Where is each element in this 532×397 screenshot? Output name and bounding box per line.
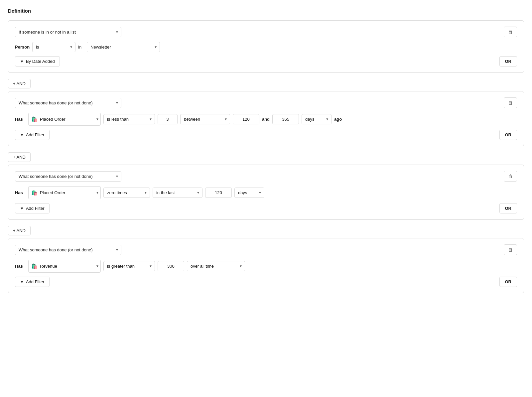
condition2-filter-label: Add Filter bbox=[26, 132, 45, 137]
condition1-filter-button[interactable]: ▼ By Date Added bbox=[15, 56, 60, 66]
filter-icon-2: ▼ bbox=[20, 133, 24, 137]
condition4-type-select[interactable]: What someone has done (or not done) If s… bbox=[15, 245, 121, 255]
condition1-person-is-wrapper[interactable]: is is not ▼ bbox=[32, 42, 75, 52]
and-button-2[interactable]: + AND bbox=[8, 152, 31, 162]
condition2-bottom-row: ▼ Add Filter OR bbox=[15, 130, 517, 140]
filter-icon-4: ▼ bbox=[20, 280, 24, 284]
condition-block-1: If someone is in or not in a list What s… bbox=[8, 20, 524, 73]
condition3-event-select[interactable]: Placed Order Viewed Product Added to Car… bbox=[39, 188, 96, 198]
filter-icon: ▼ bbox=[20, 59, 24, 64]
and-button-3[interactable]: + AND bbox=[8, 226, 31, 235]
condition3-filter-label: Add Filter bbox=[26, 206, 45, 211]
condition-block-3: What someone has done (or not done) If s… bbox=[8, 165, 524, 220]
condition2-condition-wrapper[interactable]: is less than is greater than equals is a… bbox=[103, 114, 155, 124]
filter-icon-3: ▼ bbox=[20, 206, 24, 211]
condition4-top-row: What someone has done (or not done) If s… bbox=[15, 244, 517, 255]
condition3-days-unit-select[interactable]: days weeks months bbox=[234, 188, 264, 198]
condition2-filter-button[interactable]: ▼ Add Filter bbox=[15, 130, 50, 140]
condition3-filter-button[interactable]: ▼ Add Filter bbox=[15, 203, 50, 213]
shopify-icon-3: 🛍️ bbox=[31, 190, 38, 196]
condition3-event-arrow: ▼ bbox=[96, 191, 99, 195]
condition1-type-select[interactable]: If someone is in or not in a list What s… bbox=[15, 27, 121, 37]
condition4-delete-button[interactable]: 🗑 bbox=[504, 244, 517, 255]
condition3-days-input[interactable] bbox=[205, 188, 232, 198]
condition2-ago-text: ago bbox=[334, 117, 342, 122]
svg-text:🛍️: 🛍️ bbox=[31, 190, 38, 196]
condition3-or-button[interactable]: OR bbox=[499, 203, 517, 213]
condition3-event-wrapper[interactable]: 🛍️ Placed Order Viewed Product Added to … bbox=[28, 186, 101, 199]
trash-icon-2: 🗑 bbox=[508, 100, 513, 105]
condition2-type-select[interactable]: What someone has done (or not done) If s… bbox=[15, 98, 121, 108]
condition2-time-wrapper[interactable]: between in the last over all time before… bbox=[180, 114, 230, 124]
condition3-frequency-wrapper[interactable]: zero times at least once exactly ▼ bbox=[103, 188, 150, 198]
condition1-person-label: Person bbox=[15, 45, 30, 50]
condition2-count-input[interactable] bbox=[158, 114, 178, 124]
condition4-has-row: Has 🛍️ Revenue Placed Order Viewed Produ… bbox=[15, 260, 517, 273]
condition1-list-select[interactable]: Newsletter VIP Unsubscribed bbox=[87, 42, 160, 52]
condition4-event-wrapper[interactable]: 🛍️ Revenue Placed Order Viewed Product ▼ bbox=[28, 260, 101, 273]
condition4-event-select[interactable]: Revenue Placed Order Viewed Product bbox=[39, 261, 96, 271]
condition1-list-wrapper[interactable]: Newsletter VIP Unsubscribed ▼ bbox=[87, 42, 160, 52]
and-button-2-wrapper: + AND bbox=[8, 150, 524, 165]
condition1-in-label: in bbox=[78, 45, 84, 50]
and-button-3-wrapper: + AND bbox=[8, 223, 524, 238]
condition4-time-wrapper[interactable]: over all time in the last between ▼ bbox=[187, 261, 245, 271]
condition4-condition-wrapper[interactable]: is greater than is less than equals ▼ bbox=[103, 261, 155, 271]
condition4-count-input[interactable] bbox=[158, 261, 184, 271]
condition2-event-wrapper[interactable]: 🛍️ Placed Order Viewed Product Added to … bbox=[28, 113, 101, 126]
and-button-1[interactable]: + AND bbox=[8, 79, 31, 88]
condition2-condition-select[interactable]: is less than is greater than equals is a… bbox=[103, 114, 155, 124]
condition4-has-label: Has bbox=[15, 264, 26, 269]
condition2-event-arrow: ▼ bbox=[96, 117, 99, 121]
condition2-and-text: and bbox=[262, 117, 270, 122]
condition3-time-select[interactable]: in the last between over all time before… bbox=[153, 188, 202, 198]
page-title: Definition bbox=[8, 8, 524, 14]
condition1-top-row: If someone is in or not in a list What s… bbox=[15, 27, 517, 37]
condition3-frequency-select[interactable]: zero times at least once exactly bbox=[103, 188, 150, 198]
condition1-person-row: Person is is not ▼ in Newsletter VIP Uns… bbox=[15, 42, 517, 52]
condition1-or-button[interactable]: OR bbox=[499, 56, 517, 66]
condition1-delete-button[interactable]: 🗑 bbox=[504, 27, 517, 37]
condition1-type-wrapper[interactable]: If someone is in or not in a list What s… bbox=[15, 27, 121, 37]
trash-icon-4: 🗑 bbox=[508, 247, 513, 252]
condition1-person-is-select[interactable]: is is not bbox=[32, 42, 75, 52]
trash-icon-3: 🗑 bbox=[508, 174, 513, 179]
condition4-filter-button[interactable]: ▼ Add Filter bbox=[15, 277, 50, 287]
svg-text:🛍️: 🛍️ bbox=[31, 116, 38, 122]
condition3-has-label: Has bbox=[15, 190, 26, 195]
and-button-1-wrapper: + AND bbox=[8, 76, 524, 91]
condition2-has-row: Has 🛍️ Placed Order Viewed Product Added… bbox=[15, 113, 517, 126]
shopify-icon-2: 🛍️ bbox=[31, 116, 38, 123]
condition3-delete-button[interactable]: 🗑 bbox=[504, 171, 517, 182]
condition4-condition-select[interactable]: is greater than is less than equals bbox=[103, 261, 155, 271]
condition4-filter-label: Add Filter bbox=[26, 279, 45, 284]
shopify-icon-4: 🛍️ bbox=[31, 263, 38, 270]
condition1-filter-label: By Date Added bbox=[26, 59, 55, 64]
condition3-time-wrapper[interactable]: in the last between over all time before… bbox=[153, 188, 202, 198]
condition3-type-select[interactable]: What someone has done (or not done) If s… bbox=[15, 171, 121, 182]
condition2-start-input[interactable] bbox=[233, 114, 259, 124]
condition2-end-input[interactable] bbox=[272, 114, 299, 124]
condition2-event-select[interactable]: Placed Order Viewed Product Added to Car… bbox=[39, 114, 96, 124]
condition2-top-row: What someone has done (or not done) If s… bbox=[15, 97, 517, 108]
condition4-time-select[interactable]: over all time in the last between bbox=[187, 261, 245, 271]
condition2-or-button[interactable]: OR bbox=[499, 130, 517, 140]
condition2-days-select[interactable]: days weeks months bbox=[302, 114, 332, 124]
condition-block-2: What someone has done (or not done) If s… bbox=[8, 91, 524, 146]
condition2-delete-button[interactable]: 🗑 bbox=[504, 97, 517, 108]
condition2-time-select[interactable]: between in the last over all time before… bbox=[180, 114, 230, 124]
condition3-has-row: Has 🛍️ Placed Order Viewed Product Added… bbox=[15, 186, 517, 199]
condition2-type-wrapper[interactable]: What someone has done (or not done) If s… bbox=[15, 98, 121, 108]
svg-text:🛍️: 🛍️ bbox=[31, 263, 38, 269]
condition3-bottom-row: ▼ Add Filter OR bbox=[15, 203, 517, 213]
condition3-days-unit-wrapper[interactable]: days weeks months ▼ bbox=[234, 188, 264, 198]
trash-icon: 🗑 bbox=[508, 29, 513, 35]
condition4-event-arrow: ▼ bbox=[96, 264, 99, 268]
condition2-days-wrapper[interactable]: days weeks months ▼ bbox=[302, 114, 332, 124]
condition4-or-button[interactable]: OR bbox=[499, 277, 517, 287]
condition3-type-wrapper[interactable]: What someone has done (or not done) If s… bbox=[15, 171, 121, 182]
condition2-has-label: Has bbox=[15, 117, 26, 122]
condition-block-4: What someone has done (or not done) If s… bbox=[8, 238, 524, 293]
condition3-top-row: What someone has done (or not done) If s… bbox=[15, 171, 517, 182]
condition4-type-wrapper[interactable]: What someone has done (or not done) If s… bbox=[15, 245, 121, 255]
